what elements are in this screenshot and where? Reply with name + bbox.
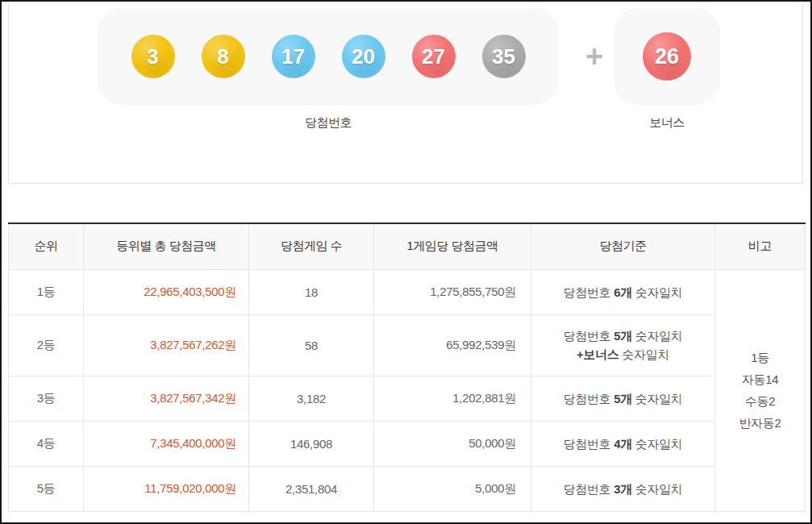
header-winning-games: 당첨게임 수 xyxy=(249,223,374,269)
lotto-ball-4: 20 xyxy=(342,35,385,78)
rank-cell: 4등 xyxy=(9,421,84,466)
games-cell: 58 xyxy=(249,314,374,376)
lotto-ball-2: 8 xyxy=(202,35,245,78)
winning-numbers-group: 3 8 17 20 27 35 당첨번호 xyxy=(98,8,559,131)
header-total-prize: 등위별 총 당첨금액 xyxy=(84,223,249,269)
per-game-cell: 1,202,881원 xyxy=(374,376,531,421)
lotto-ball-6: 35 xyxy=(482,35,526,78)
table-row: 1등 22,965,403,500원 18 1,275,855,750원 당첨번… xyxy=(9,269,806,314)
total-prize-cell: 22,965,403,500원 xyxy=(84,269,249,314)
per-game-cell: 5,000원 xyxy=(374,466,531,511)
lotto-ball-3: 17 xyxy=(272,35,315,78)
criteria-cell: 당첨번호 4개 숫자일치 xyxy=(531,421,715,466)
games-cell: 18 xyxy=(249,269,374,314)
prize-table: 순위 등위별 총 당첨금액 당첨게임 수 1게임당 당첨금액 당첨기준 비고 1… xyxy=(8,222,806,512)
winning-numbers-box: 3 8 17 20 27 35 xyxy=(98,8,559,105)
bonus-label: 보너스 xyxy=(614,115,720,131)
lotto-result-page: 3 8 17 20 27 35 당첨번호 + 26 보너스 순위 등위 xyxy=(0,0,812,524)
lotto-ball-1: 3 xyxy=(131,35,175,78)
lotto-ball-5: 27 xyxy=(412,35,456,78)
winning-numbers-label: 당첨번호 xyxy=(98,115,559,131)
rank-cell: 3등 xyxy=(9,376,84,421)
criteria-cell: 당첨번호 6개 숫자일치 xyxy=(531,269,715,314)
table-row: 3등 3,827,567,342원 3,182 1,202,881원 당첨번호 … xyxy=(9,376,806,421)
draw-panel: 3 8 17 20 27 35 당첨번호 + 26 보너스 xyxy=(8,2,803,184)
rank-cell: 1등 xyxy=(9,269,84,314)
plus-icon: + xyxy=(575,39,614,74)
per-game-cell: 65,992,539원 xyxy=(374,314,531,376)
per-game-cell: 1,275,855,750원 xyxy=(374,269,531,314)
total-prize-cell: 3,827,567,342원 xyxy=(84,376,249,421)
header-prize-per-game: 1게임당 당첨금액 xyxy=(374,223,531,269)
bonus-ball: 26 xyxy=(643,32,691,81)
rank-cell: 5등 xyxy=(9,466,84,511)
bonus-group: 26 보너스 xyxy=(614,8,720,131)
header-rank: 순위 xyxy=(9,223,84,269)
criteria-cell: 당첨번호 5개 숫자일치 xyxy=(531,376,715,421)
table-row: 2등 3,827,567,262원 58 65,992,539원 당첨번호 5개… xyxy=(9,314,806,376)
games-cell: 2,351,804 xyxy=(249,466,374,511)
games-cell: 3,182 xyxy=(249,376,374,421)
criteria-cell: 당첨번호 3개 숫자일치 xyxy=(531,466,715,511)
bonus-box: 26 xyxy=(614,8,720,105)
rank-cell: 2등 xyxy=(9,314,84,376)
criteria-cell: 당첨번호 5개 숫자일치 +보너스 숫자일치 xyxy=(531,314,715,376)
header-criteria: 당첨기준 xyxy=(531,223,715,269)
remark-cell: 1등 자동14 수동2 반자동2 xyxy=(715,269,806,511)
table-row: 4등 7,345,400,000원 146,908 50,000원 당첨번호 4… xyxy=(9,421,806,466)
per-game-cell: 50,000원 xyxy=(374,421,531,466)
prize-table-header: 순위 등위별 총 당첨금액 당첨게임 수 1게임당 당첨금액 당첨기준 비고 xyxy=(9,223,806,269)
header-remark: 비고 xyxy=(715,223,806,269)
total-prize-cell: 7,345,400,000원 xyxy=(84,421,249,466)
total-prize-cell: 3,827,567,262원 xyxy=(84,314,249,376)
table-row: 5등 11,759,020,000원 2,351,804 5,000원 당첨번호… xyxy=(9,466,806,511)
total-prize-cell: 11,759,020,000원 xyxy=(84,466,249,511)
games-cell: 146,908 xyxy=(249,421,374,466)
